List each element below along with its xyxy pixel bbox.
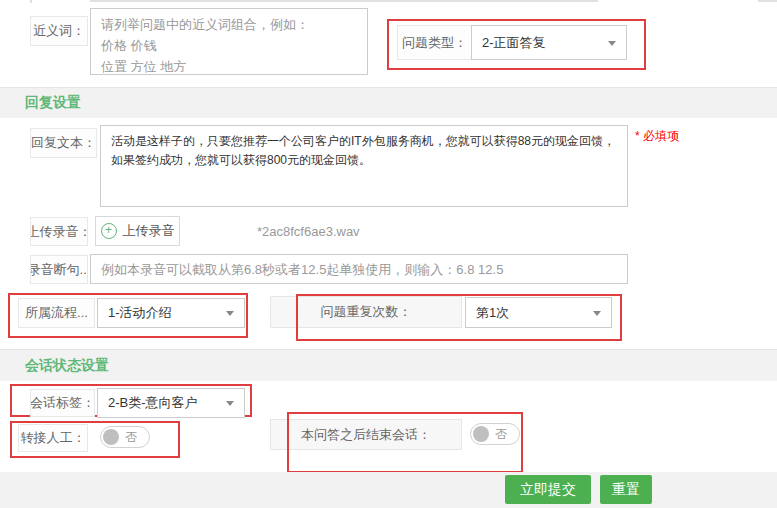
synonym-textarea[interactable]: [90, 8, 368, 75]
manual-transfer-label: 转接人工：: [18, 424, 88, 452]
flow-select[interactable]: 1-活动介绍: [97, 298, 245, 328]
chevron-down-icon: [608, 41, 616, 46]
uploaded-filename-text: *2ac8fcf6ae3.wav: [257, 224, 360, 239]
upload-audio-label-text: 上传录音：: [30, 223, 88, 241]
chevron-down-icon: [593, 311, 601, 316]
repeat-count-select[interactable]: 第1次: [465, 297, 612, 328]
flow-label: 所属流程...: [18, 298, 95, 328]
reset-button[interactable]: 重置: [600, 475, 652, 504]
manual-transfer-toggle-state: 否: [125, 429, 137, 446]
manual-transfer-label-text: 转接人工：: [21, 429, 86, 447]
end-session-toggle-state: 否: [495, 426, 507, 443]
upload-audio-button-label: 上传录音: [123, 222, 175, 240]
segmentation-label: 录音断句...: [30, 255, 88, 284]
previous-row-remnant: [90, 0, 598, 2]
upload-audio-button[interactable]: + 上传录音: [95, 216, 180, 246]
previous-row-remnant: [758, 0, 777, 2]
toggle-knob: [103, 429, 119, 445]
manual-transfer-toggle[interactable]: 否: [100, 426, 150, 448]
submit-button[interactable]: 立即提交: [505, 475, 591, 504]
flow-value: 1-活动介绍: [108, 304, 172, 322]
previous-row-remnant: [30, 0, 32, 3]
flow-label-text: 所属流程...: [25, 304, 88, 322]
toggle-knob: [473, 426, 489, 442]
segmentation-label-text: 录音断句...: [30, 261, 88, 279]
upload-audio-label: 上传录音：: [30, 217, 88, 246]
reply-text-label-text: 回复文本：: [31, 134, 96, 152]
uploaded-filename: *2ac8fcf6ae3.wav: [257, 224, 360, 239]
end-session-toggle[interactable]: 否: [470, 423, 520, 445]
synonym-label: 近义词：: [30, 16, 88, 46]
plus-circle-icon: +: [101, 223, 117, 239]
reply-text-label: 回复文本：: [30, 128, 97, 158]
question-type-value: 2-正面答复: [482, 34, 546, 52]
bottom-action-bar: [0, 472, 777, 508]
reply-textarea[interactable]: 活动是这样子的，只要您推荐一个公司客户的IT外包服务商机，您就可以获得88元的现…: [100, 125, 628, 207]
section-session-state-title: 会话状态设置: [25, 357, 109, 375]
question-type-select[interactable]: 2-正面答复: [471, 25, 627, 60]
repeat-count-value: 第1次: [476, 304, 509, 322]
required-note-text: * 必填项: [635, 129, 679, 143]
repeat-count-label: 问题重复次数：: [270, 296, 462, 328]
session-tag-select[interactable]: 2-B类-意向客户: [97, 388, 245, 418]
section-reply-settings-title: 回复设置: [25, 94, 81, 112]
session-tag-value: 2-B类-意向客户: [108, 394, 198, 412]
section-reply-settings: 回复设置: [0, 87, 777, 118]
end-session-label: 本问答之后结束会话：: [270, 419, 462, 450]
question-type-label: 问题类型：: [397, 25, 472, 60]
segmentation-input[interactable]: [90, 254, 628, 284]
synonym-label-text: 近义词：: [33, 22, 85, 40]
session-tag-label: 会话标签：: [30, 389, 95, 417]
chevron-down-icon: [226, 311, 234, 316]
required-note: * 必填项: [635, 128, 679, 145]
repeat-count-label-text: 问题重复次数：: [321, 303, 412, 321]
end-session-label-text: 本问答之后结束会话：: [301, 426, 431, 444]
session-tag-label-text: 会话标签：: [30, 394, 95, 412]
chevron-down-icon: [226, 401, 234, 406]
section-session-state: 会话状态设置: [0, 349, 777, 381]
question-type-label-text: 问题类型：: [402, 34, 467, 52]
